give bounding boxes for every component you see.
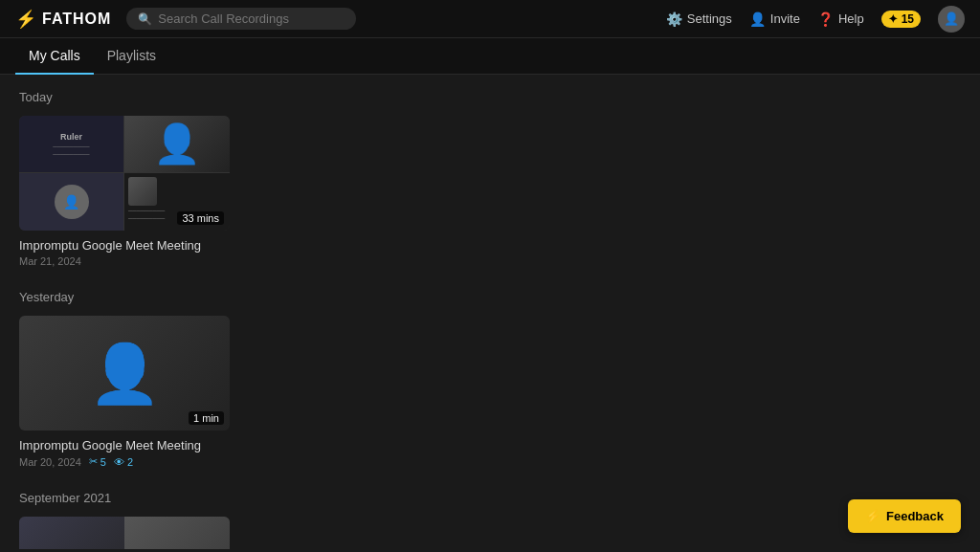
- feedback-label: Feedback: [886, 509, 944, 523]
- search-icon: 🔍: [138, 12, 152, 26]
- section-yesterday: Yesterday 👤 1 min Impromptu Google Meet …: [19, 290, 961, 468]
- nav-tabs: My Calls Playlists: [0, 38, 980, 75]
- notif-star-icon: ✦: [888, 12, 898, 26]
- views-count: 2: [127, 456, 133, 468]
- thumbnail-split-sep: 👤: [19, 517, 230, 549]
- call-meta: Mar 21, 2024: [19, 255, 230, 267]
- avatar[interactable]: 👤: [938, 6, 965, 33]
- call-date: Mar 21, 2024: [19, 255, 81, 267]
- mini-text: ─────────: [128, 208, 165, 213]
- invite-button[interactable]: 👤 Invite: [749, 11, 800, 27]
- thumb-sep-left: [19, 517, 124, 549]
- thumb-mini-text2: ─────────: [53, 151, 89, 157]
- call-thumbnail: Ruler ───────── ───────── 👤 👤: [19, 116, 230, 231]
- calls-grid-today: Ruler ───────── ───────── 👤 👤: [19, 116, 961, 267]
- gear-icon: ⚙️: [666, 11, 682, 27]
- call-title: Impromptu Google Meet Meeting: [19, 238, 230, 253]
- section-today: Today Ruler ───────── ───────── 👤: [19, 90, 961, 267]
- help-label: Help: [838, 11, 864, 26]
- call-meta: Mar 20, 2024 ✂ 5 👁 2: [19, 455, 230, 468]
- clips-icon: ✂: [89, 455, 98, 468]
- tab-playlists[interactable]: Playlists: [94, 38, 169, 75]
- call-card[interactable]: 👤 1 min Impromptu Google Meet Meeting Ma…: [19, 316, 230, 468]
- search-input[interactable]: [158, 11, 345, 26]
- duration-badge: 1 min: [189, 411, 224, 425]
- thumb-mini-text: ─────────: [53, 144, 89, 149]
- invite-icon: 👤: [749, 11, 766, 27]
- feedback-button[interactable]: ⚡ Feedback: [848, 499, 961, 533]
- feedback-icon: ⚡: [865, 509, 880, 523]
- duration-badge: 33 mins: [177, 211, 224, 225]
- clips-badge: ✂ 5: [89, 455, 106, 468]
- logo-icon: ⚡: [15, 9, 36, 30]
- help-icon: ❓: [817, 11, 834, 27]
- thumb-sep-right: 👤: [124, 517, 230, 549]
- avatar-circle: 👤: [55, 185, 89, 219]
- call-thumbnail: 👤: [19, 517, 230, 549]
- thumb-bottom-left: 👤: [19, 173, 124, 231]
- header-actions: ⚙️ Settings 👤 Invite ❓ Help ✦ 15 👤: [666, 6, 965, 33]
- section-title-yesterday: Yesterday: [19, 290, 961, 304]
- invite-label: Invite: [770, 11, 800, 26]
- section-title-sep: September 2021: [19, 491, 961, 505]
- main-content: Today Ruler ───────── ───────── 👤: [0, 75, 980, 549]
- calls-grid-sep: 👤: [19, 517, 961, 549]
- settings-button[interactable]: ⚙️ Settings: [666, 11, 732, 27]
- thumb-top-left: Ruler ───────── ─────────: [19, 116, 124, 173]
- notifications-badge[interactable]: ✦ 15: [881, 11, 921, 28]
- app-logo[interactable]: ⚡ FATHOM: [15, 9, 111, 30]
- section-september-2021: September 2021 👤: [19, 491, 961, 549]
- app-name: FATHOM: [42, 11, 111, 28]
- face-placeholder: 👤: [124, 116, 230, 172]
- calls-grid-yesterday: 👤 1 min Impromptu Google Meet Meeting Ma…: [19, 316, 961, 468]
- tab-my-calls[interactable]: My Calls: [15, 38, 94, 75]
- person-icon: 👤: [153, 121, 201, 166]
- call-thumbnail: 👤 1 min: [19, 316, 230, 431]
- clips-count: 5: [100, 456, 106, 468]
- settings-label: Settings: [687, 11, 732, 26]
- call-date: Mar 20, 2024: [19, 456, 81, 468]
- thumb-top-right: 👤: [124, 116, 230, 173]
- search-bar[interactable]: 🔍: [126, 8, 356, 30]
- mini-face: [128, 177, 157, 206]
- app-header: ⚡ FATHOM 🔍 ⚙️ Settings 👤 Invite ❓ Help ✦…: [0, 0, 980, 38]
- mini-text2: ─────────: [128, 215, 165, 221]
- notifications-count: 15: [902, 12, 914, 26]
- call-card[interactable]: Ruler ───────── ───────── 👤 👤: [19, 116, 230, 267]
- views-icon: 👁: [114, 456, 124, 468]
- help-button[interactable]: ❓ Help: [817, 11, 864, 27]
- call-title: Impromptu Google Meet Meeting: [19, 438, 230, 453]
- call-card[interactable]: 👤: [19, 517, 230, 549]
- section-title-today: Today: [19, 90, 961, 104]
- views-badge: 👁 2: [114, 456, 133, 468]
